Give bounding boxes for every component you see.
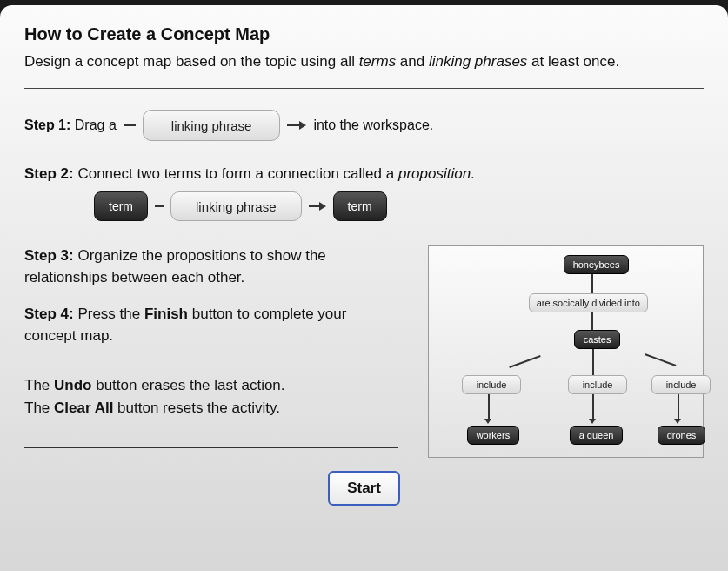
node-divided: are socically divided into — [529, 293, 648, 312]
lower-columns: Step 3: Organize the propositions to sho… — [24, 245, 704, 466]
step-2-em: proposition — [398, 165, 471, 182]
arrow-connector — [309, 202, 326, 211]
node-queen: a queen — [570, 426, 624, 445]
half-divider — [24, 447, 398, 448]
intro-suffix: at least once. — [527, 53, 619, 70]
arrowhead-icon — [484, 419, 491, 424]
term-chip-a[interactable]: term — [94, 191, 148, 221]
edge — [488, 394, 490, 420]
clear-pre: The — [24, 400, 54, 416]
step-2-chips-row: term linking phrase term — [94, 191, 704, 221]
edge — [592, 349, 594, 375]
node-workers: workers — [467, 426, 520, 445]
start-button[interactable]: Start — [328, 471, 400, 506]
example-diagram: honeybees are socically divided into cas… — [428, 245, 704, 458]
node-castes: castes — [574, 330, 621, 349]
edge — [678, 394, 679, 420]
node-drones: drones — [658, 426, 706, 445]
page-title: How to Create a Concept Map — [24, 24, 704, 44]
node-include-3: include — [651, 375, 711, 394]
node-include-1: include — [462, 375, 522, 394]
undo-pre: The — [24, 377, 54, 393]
connector-line — [155, 205, 164, 207]
linking-phrase-chip-2[interactable]: linking phrase — [170, 191, 302, 221]
arrow-connector — [287, 121, 306, 130]
step-4-bold: Finish — [144, 306, 188, 322]
clear-post: button resets the activity. — [113, 400, 280, 416]
step-3: Step 3: Organize the propositions to sho… — [24, 245, 402, 288]
step-1-text: Step 1: Drag a — [24, 118, 117, 133]
step-3-label: Step 3: — [24, 247, 74, 264]
step-4-pre: Press the — [74, 306, 144, 322]
intro-text: Design a concept map based on the topic … — [24, 53, 704, 71]
arrowhead-icon — [674, 419, 681, 424]
step-4: Step 4: Press the Finish button to compl… — [24, 304, 402, 346]
edge — [591, 312, 593, 330]
intro-linking-word: linking phrases — [429, 53, 527, 70]
clear-bold: Clear All — [54, 400, 113, 416]
node-include-2: include — [568, 375, 628, 394]
edge — [592, 394, 594, 420]
arrowhead-icon — [589, 419, 596, 424]
clear-line: The Clear All button resets the activity… — [24, 398, 402, 420]
step-1-label: Step 1: — [24, 118, 70, 132]
step-1-post: into the workspace. — [313, 118, 433, 133]
node-honeybees: honeybees — [564, 255, 630, 274]
intro-prefix: Design a concept map based on the topic … — [24, 53, 359, 70]
intro-mid: and — [396, 53, 429, 70]
instruction-panel: How to Create a Concept Map Design a con… — [0, 5, 728, 571]
start-button-wrap: Start — [24, 471, 704, 506]
divider — [24, 88, 704, 89]
undo-line: The Undo button erases the last action. — [24, 375, 402, 397]
step-2-text-row: Step 2: Connect two terms to form a conn… — [24, 165, 704, 183]
left-column: Step 3: Organize the propositions to sho… — [24, 245, 402, 466]
step-1-pre: Drag a — [70, 118, 116, 132]
term-chip-b[interactable]: term — [333, 191, 387, 221]
linking-phrase-chip[interactable]: linking phrase — [143, 110, 281, 141]
step-1-row: Step 1: Drag a linking phrase into the w… — [24, 110, 704, 141]
step-2-pre: Connect two terms to form a connection c… — [74, 165, 398, 182]
edge — [509, 355, 540, 368]
undo-post: button erases the last action. — [91, 377, 284, 393]
edge — [591, 274, 593, 293]
step-2-label: Step 2: — [24, 165, 74, 182]
connector-line — [124, 124, 136, 126]
undo-bold: Undo — [54, 377, 91, 393]
edge — [645, 353, 676, 366]
intro-terms-word: terms — [359, 53, 397, 70]
step-2-post: . — [471, 165, 475, 182]
step-4-label: Step 4: — [24, 306, 74, 322]
